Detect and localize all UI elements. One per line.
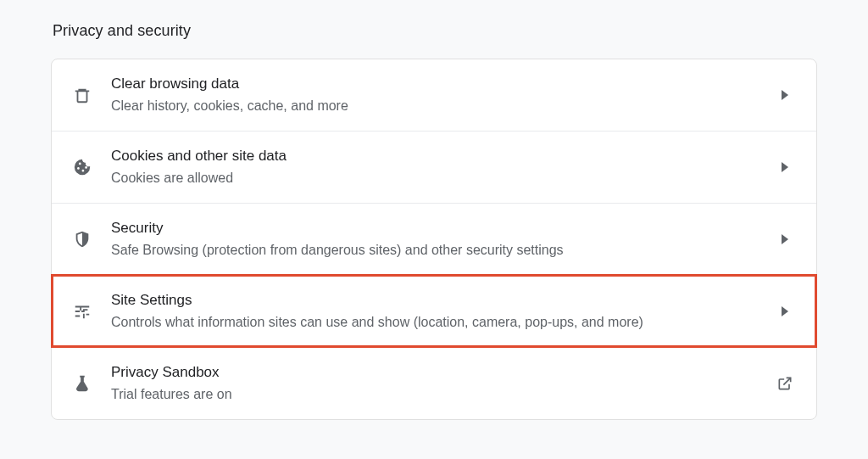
row-desc: Controls what information sites can use … bbox=[111, 313, 762, 332]
chevron-right-icon bbox=[776, 158, 794, 176]
chevron-right-icon bbox=[776, 302, 794, 321]
chevron-right-icon bbox=[776, 86, 794, 104]
privacy-security-wrap: Privacy and security Clear browsing data… bbox=[0, 0, 868, 445]
row-security[interactable]: Security Safe Browsing (protection from … bbox=[52, 203, 816, 275]
row-title: Site Settings bbox=[111, 291, 762, 310]
row-clear-browsing-data[interactable]: Clear browsing data Clear history, cooki… bbox=[52, 59, 816, 131]
section-title: Privacy and security bbox=[53, 22, 817, 40]
row-site-settings[interactable]: Site Settings Controls what information … bbox=[52, 275, 816, 347]
row-title: Privacy Sandbox bbox=[111, 363, 762, 382]
chevron-right-icon bbox=[776, 230, 794, 249]
row-texts: Cookies and other site data Cookies are … bbox=[111, 147, 762, 188]
row-desc: Safe Browsing (protection from dangerous… bbox=[111, 241, 762, 260]
shield-icon bbox=[72, 229, 92, 249]
tune-icon bbox=[72, 301, 92, 322]
row-texts: Site Settings Controls what information … bbox=[111, 291, 762, 332]
row-desc: Trial features are on bbox=[111, 385, 762, 404]
settings-card: Clear browsing data Clear history, cooki… bbox=[51, 59, 817, 420]
row-texts: Privacy Sandbox Trial features are on bbox=[111, 363, 762, 404]
flask-icon bbox=[72, 373, 92, 394]
row-cookies[interactable]: Cookies and other site data Cookies are … bbox=[52, 131, 816, 203]
trash-icon bbox=[72, 85, 92, 105]
row-desc: Clear history, cookies, cache, and more bbox=[111, 97, 762, 115]
row-privacy-sandbox[interactable]: Privacy Sandbox Trial features are on bbox=[52, 347, 816, 419]
row-title: Cookies and other site data bbox=[111, 147, 762, 165]
cookie-icon bbox=[72, 157, 92, 177]
external-link-icon bbox=[776, 374, 794, 393]
row-texts: Security Safe Browsing (protection from … bbox=[111, 219, 762, 260]
row-title: Clear browsing data bbox=[111, 75, 762, 93]
row-title: Security bbox=[111, 219, 762, 238]
row-texts: Clear browsing data Clear history, cooki… bbox=[111, 75, 762, 115]
row-desc: Cookies are allowed bbox=[111, 169, 762, 188]
